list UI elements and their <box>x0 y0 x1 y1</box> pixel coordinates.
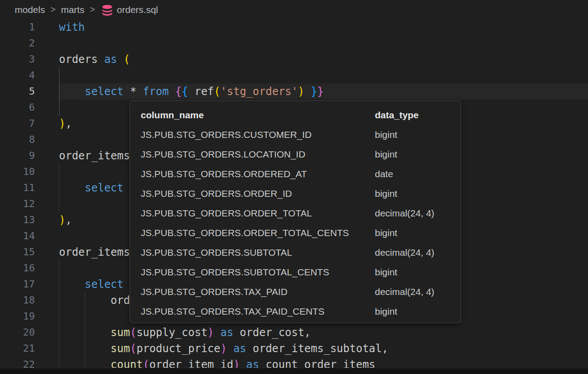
line-number[interactable]: 15 <box>0 244 35 260</box>
code-text: order_items <box>59 148 130 164</box>
breadcrumb-separator-icon: > <box>90 4 95 15</box>
tooltip-row: JS.PUB.STG_ORDERS.TAX_PAID_CENTSbigint <box>130 302 461 321</box>
tooltip-cell-data-type: bigint <box>375 188 461 199</box>
code-text: select <box>59 180 124 196</box>
code-line-2[interactable]: 2 <box>0 35 588 51</box>
tooltip-row: JS.PUB.STG_ORDERS.SUBTOTAL_CENTSbigint <box>130 262 461 282</box>
line-number[interactable]: 7 <box>0 116 35 132</box>
tooltip-row: JS.PUB.STG_ORDERS.ORDER_TOTALdecimal(24,… <box>130 204 461 223</box>
tooltip-row: JS.PUB.STG_ORDERS.ORDER_TOTAL_CENTSbigin… <box>130 223 461 243</box>
tooltip-row: JS.PUB.STG_ORDERS.CUSTOMER_IDbigint <box>130 125 461 145</box>
line-number[interactable]: 9 <box>0 148 35 164</box>
breadcrumb-item-file[interactable]: orders.sql <box>117 4 158 15</box>
tooltip-cell-data-type: bigint <box>375 149 461 160</box>
breadcrumb-item-models[interactable]: models <box>15 4 45 15</box>
code-text: select * from {{ ref('stg_orders') }} <box>59 83 323 100</box>
code-line-1[interactable]: 1with <box>0 19 588 35</box>
code-text: ), <box>59 116 72 132</box>
tooltip-row: JS.PUB.STG_ORDERS.TAX_PAIDdecimal(24, 4) <box>130 282 461 302</box>
database-icon <box>101 5 113 16</box>
tooltip-cell-column-name: JS.PUB.STG_ORDERS.ORDERED_AT <box>141 169 375 179</box>
tooltip-row: JS.PUB.STG_ORDERS.ORDER_IDbigint <box>130 184 461 204</box>
tooltip-header-column-name: column_name <box>141 110 375 121</box>
tooltip-cell-column-name: JS.PUB.STG_ORDERS.ORDER_TOTAL <box>141 208 375 219</box>
line-number[interactable]: 4 <box>0 67 35 83</box>
tooltip-cell-column-name: JS.PUB.STG_ORDERS.ORDER_TOTAL_CENTS <box>141 228 375 238</box>
line-number[interactable]: 14 <box>0 228 35 244</box>
line-number[interactable]: 5 <box>0 83 35 100</box>
tooltip-header-row: column_name data_type <box>130 105 461 125</box>
line-number[interactable]: 17 <box>0 276 35 292</box>
line-number[interactable]: 10 <box>0 164 35 180</box>
line-number[interactable]: 13 <box>0 212 35 228</box>
code-text: ), <box>59 212 72 228</box>
line-number[interactable]: 20 <box>0 324 35 341</box>
code-line-3[interactable]: 3orders as ( <box>0 51 588 67</box>
line-number[interactable]: 21 <box>0 341 35 357</box>
tooltip-cell-column-name: JS.PUB.STG_ORDERS.TAX_PAID_CENTS <box>141 306 375 317</box>
tooltip-cell-column-name: JS.PUB.STG_ORDERS.LOCATION_ID <box>141 149 375 160</box>
tooltip-cell-data-type: bigint <box>375 306 461 317</box>
breadcrumb-separator-icon: > <box>50 4 56 15</box>
tooltip-cell-data-type: decimal(24, 4) <box>375 247 461 258</box>
tooltip-rows: JS.PUB.STG_ORDERS.CUSTOMER_IDbigintJS.PU… <box>130 125 461 321</box>
code-text: sum(supply_cost) as order_cost, <box>59 324 311 341</box>
code-line-5[interactable]: 5 select * from {{ ref('stg_orders') }} <box>0 83 588 100</box>
line-number[interactable]: 16 <box>0 260 35 276</box>
tooltip-cell-data-type: bigint <box>375 228 461 238</box>
tooltip-row: JS.PUB.STG_ORDERS.LOCATION_IDbigint <box>130 145 461 164</box>
tooltip-cell-column-name: JS.PUB.STG_ORDERS.ORDER_ID <box>141 188 375 199</box>
breadcrumb: models > marts > orders.sql <box>0 0 588 19</box>
line-number[interactable]: 18 <box>0 292 35 308</box>
code-line-4[interactable]: 4 <box>0 67 588 83</box>
schema-tooltip: column_name data_type JS.PUB.STG_ORDERS.… <box>130 100 461 323</box>
code-editor-window: models > marts > orders.sql 1with23order… <box>0 0 588 374</box>
code-text: select <box>59 276 124 292</box>
breadcrumb-item-marts[interactable]: marts <box>61 4 84 15</box>
code-text: orders as ( <box>59 51 130 67</box>
tooltip-cell-column-name: JS.PUB.STG_ORDERS.SUBTOTAL_CENTS <box>141 267 375 278</box>
line-number[interactable]: 11 <box>0 180 35 196</box>
code-text: order_items <box>59 244 130 260</box>
code-line-20[interactable]: 20 sum(supply_cost) as order_cost, <box>0 324 588 341</box>
tooltip-cell-column-name: JS.PUB.STG_ORDERS.CUSTOMER_ID <box>141 129 375 140</box>
line-number[interactable]: 6 <box>0 100 35 116</box>
line-number[interactable]: 3 <box>0 51 35 67</box>
tooltip-cell-data-type: bigint <box>375 267 461 278</box>
tooltip-cell-data-type: bigint <box>375 129 461 140</box>
tooltip-row: JS.PUB.STG_ORDERS.SUBTOTALdecimal(24, 4) <box>130 243 461 262</box>
tooltip-cell-column-name: JS.PUB.STG_ORDERS.SUBTOTAL <box>141 247 375 258</box>
tooltip-cell-data-type: decimal(24, 4) <box>375 208 461 219</box>
bottom-panel-edge <box>0 368 588 374</box>
line-number[interactable]: 19 <box>0 308 35 324</box>
tooltip-cell-data-type: date <box>375 169 461 179</box>
tooltip-cell-column-name: JS.PUB.STG_ORDERS.TAX_PAID <box>141 287 375 297</box>
tooltip-cell-data-type: decimal(24, 4) <box>375 287 461 297</box>
line-number[interactable]: 8 <box>0 132 35 148</box>
line-number[interactable]: 12 <box>0 196 35 212</box>
code-text: sum(product_price) as order_items_subtot… <box>59 341 388 357</box>
code-text: with <box>59 19 85 35</box>
tooltip-header-data-type: data_type <box>375 110 461 121</box>
tooltip-row: JS.PUB.STG_ORDERS.ORDERED_ATdate <box>130 164 461 184</box>
code-text: ord <box>59 292 130 308</box>
line-number[interactable]: 1 <box>0 19 35 35</box>
code-line-21[interactable]: 21 sum(product_price) as order_items_sub… <box>0 341 588 357</box>
line-number[interactable]: 2 <box>0 35 35 51</box>
